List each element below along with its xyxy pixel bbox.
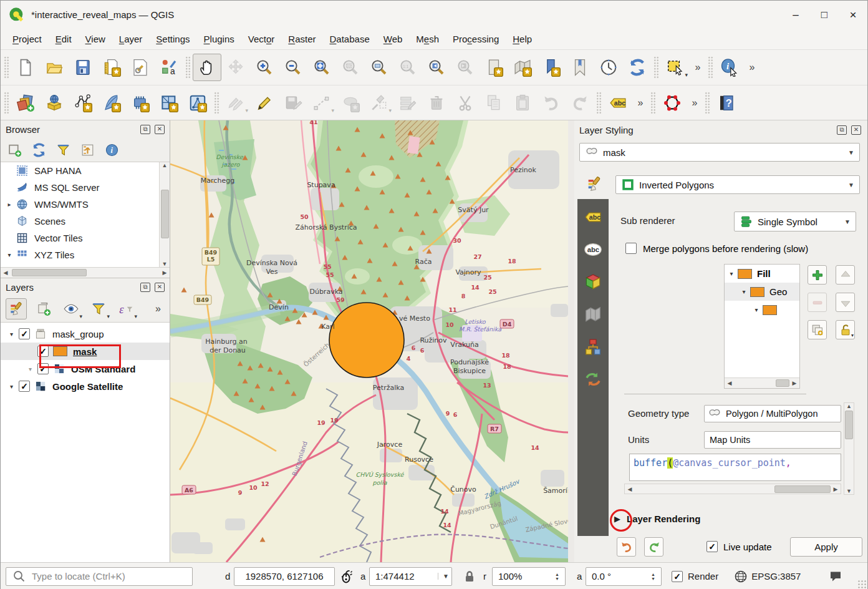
menu-raster[interactable]: Raster bbox=[281, 31, 322, 47]
copy-features-button[interactable] bbox=[480, 89, 508, 117]
layer-item-mask[interactable]: ✓mask bbox=[1, 343, 170, 360]
data-source-manager-button[interactable] bbox=[11, 89, 40, 117]
magnifier-input[interactable]: 100% ▲▼ bbox=[492, 567, 566, 586]
new-geopackage-button[interactable] bbox=[97, 89, 126, 117]
add-feature-button[interactable]: ▾ bbox=[307, 89, 336, 117]
tab-history[interactable] bbox=[582, 370, 604, 389]
renderer-select[interactable]: Inverted Polygons ▼ bbox=[615, 175, 860, 194]
refresh-button[interactable] bbox=[623, 54, 652, 81]
styling-close-icon[interactable]: ✕ bbox=[851, 125, 861, 135]
symbol-layer-row[interactable]: ▾Fill bbox=[725, 265, 799, 283]
minimize-button[interactable]: – bbox=[781, 1, 810, 29]
expander-icon[interactable]: ▾ bbox=[740, 288, 748, 295]
browser-vscrollbar[interactable]: ▲ ▼ bbox=[159, 162, 170, 267]
filter-expression-button[interactable]: ε▾ bbox=[115, 298, 137, 319]
scroll-left-icon[interactable]: ◀ bbox=[625, 486, 635, 492]
menu-mesh[interactable]: Mesh bbox=[409, 31, 446, 47]
crs-globe-icon[interactable] bbox=[733, 569, 748, 584]
spinner-arrows[interactable]: ▲▼ bbox=[651, 572, 655, 581]
styling-vscrollbar[interactable]: ▲ ▼ bbox=[844, 402, 854, 495]
new-shapefile-button[interactable] bbox=[69, 89, 97, 117]
layers-close-icon[interactable]: ✕ bbox=[155, 283, 165, 292]
toolbar-drag-handle[interactable] bbox=[650, 92, 656, 114]
spinner-arrows[interactable]: ▲▼ bbox=[555, 572, 559, 581]
menu-vector[interactable]: Vector bbox=[241, 31, 282, 47]
select-features-button[interactable]: ▾ bbox=[661, 54, 690, 81]
expander-icon[interactable]: ▾ bbox=[26, 366, 35, 372]
browser-item-sap-hana[interactable]: SAP HANA bbox=[1, 162, 170, 179]
resize-grip[interactable] bbox=[857, 580, 866, 588]
expander-icon[interactable]: ▾ bbox=[752, 306, 761, 313]
scroll-left-icon[interactable]: ◀ bbox=[725, 380, 735, 386]
browser-item-xyz-tiles[interactable]: ▾XYZ Tiles bbox=[1, 246, 170, 263]
scroll-up-icon[interactable]: ▲ bbox=[160, 162, 170, 168]
layer-visibility-checkbox[interactable]: ✓ bbox=[19, 381, 30, 392]
layer-item-google-satellite[interactable]: ▾✓Google Satellite bbox=[1, 377, 170, 395]
expression-editor[interactable]: buffer(@canvas_cursor_point, bbox=[629, 454, 841, 481]
browser-item-wms-wmts[interactable]: ▸WMS/WMTS bbox=[1, 196, 170, 213]
zoom-next-button[interactable] bbox=[451, 54, 480, 81]
menu-layer[interactable]: Layer bbox=[112, 31, 150, 47]
add-layer-icon[interactable] bbox=[7, 142, 22, 158]
messages-bubble-icon[interactable] bbox=[828, 569, 843, 584]
render-checkbox[interactable]: ✓ bbox=[672, 571, 683, 582]
expander-icon[interactable]: ▾ bbox=[727, 270, 736, 277]
new-bookmark-button[interactable] bbox=[537, 54, 566, 81]
collapse-all-icon[interactable] bbox=[80, 142, 95, 158]
dropdown-arrow-icon[interactable]: ▾ bbox=[685, 72, 688, 78]
scroll-right-icon[interactable]: ▶ bbox=[831, 486, 841, 492]
layer-item-osm-standard[interactable]: ▾✓OSM Standard bbox=[1, 360, 170, 377]
symbol-tree-hscrollbar[interactable]: ◀ ▶ bbox=[725, 377, 799, 388]
expander-icon[interactable]: ▾ bbox=[4, 251, 14, 258]
units-select[interactable]: Map Units bbox=[704, 431, 841, 449]
symbology-tab-icon[interactable] bbox=[586, 175, 603, 193]
layer-item-mask-group[interactable]: ▾✓mask_group bbox=[1, 325, 170, 343]
browser-item-vector-tiles[interactable]: Vector Tiles bbox=[1, 230, 170, 246]
layer-visibility-checkbox[interactable]: ✓ bbox=[37, 346, 49, 357]
toolbar-drag-handle[interactable] bbox=[185, 56, 191, 79]
scroll-right-icon[interactable]: ▶ bbox=[160, 270, 170, 276]
label-toolbar-button[interactable]: abc bbox=[604, 89, 632, 117]
zoom-in-button[interactable] bbox=[250, 54, 279, 81]
live-update-checkbox[interactable]: ✓ bbox=[706, 541, 718, 552]
merge-polygons-checkbox[interactable] bbox=[625, 243, 637, 254]
zoom-out-button[interactable] bbox=[279, 54, 307, 81]
zoom-layer-button[interactable] bbox=[365, 54, 393, 81]
styling-float-icon[interactable]: ⧉ bbox=[837, 125, 847, 135]
move-feature-button[interactable] bbox=[336, 89, 365, 117]
scroll-up-icon[interactable]: ▲ bbox=[844, 403, 854, 409]
coordinate-input[interactable]: 1928570, 6127106 bbox=[234, 567, 335, 586]
dropdown-arrow-icon[interactable]: ▾ bbox=[388, 107, 392, 114]
toolbar-overflow-button[interactable]: » bbox=[744, 54, 760, 81]
save-edits-button[interactable] bbox=[279, 89, 307, 117]
menu-help[interactable]: Help bbox=[506, 31, 539, 47]
temporal-controller-button[interactable] bbox=[594, 54, 623, 81]
identify-features-button[interactable]: i bbox=[715, 54, 744, 81]
lock-symbol-button[interactable]: ▾ bbox=[836, 320, 855, 339]
menu-project[interactable]: Project bbox=[6, 31, 49, 47]
style-undo-button[interactable] bbox=[617, 537, 636, 557]
tab-diagrams[interactable] bbox=[582, 305, 604, 324]
browser-hscrollbar[interactable]: ◀ ▶ bbox=[1, 267, 170, 278]
pan-map-button[interactable] bbox=[193, 54, 221, 81]
layer-rendering-header[interactable]: ▶ Layer Rendering bbox=[614, 514, 700, 524]
add-symbol-layer-button[interactable] bbox=[808, 265, 827, 285]
toolbar-drag-handle[interactable] bbox=[708, 56, 713, 79]
layers-overflow-button[interactable]: » bbox=[155, 303, 165, 314]
tab-labels[interactable]: abc bbox=[582, 208, 604, 226]
paste-features-button[interactable] bbox=[508, 89, 537, 117]
new-mesh-layer-button[interactable] bbox=[183, 89, 212, 117]
toolbar-drag-handle[interactable] bbox=[596, 92, 602, 114]
show-bookmarks-button[interactable] bbox=[566, 54, 594, 81]
style-manager-button[interactable]: a bbox=[155, 54, 183, 81]
vertex-tool-button[interactable]: ▾ bbox=[365, 89, 393, 117]
new-project-button[interactable] bbox=[11, 54, 40, 81]
expression-hscrollbar[interactable]: ◀ ▶ bbox=[624, 484, 841, 494]
current-edits-button[interactable]: ▾ bbox=[221, 89, 250, 117]
new-print-layout-button[interactable] bbox=[97, 54, 126, 81]
symbol-tree[interactable]: ▾Fill▾Geo▾ ◀ ▶ bbox=[724, 264, 800, 389]
browser-float-icon[interactable]: ⧉ bbox=[140, 125, 150, 134]
scroll-left-icon[interactable]: ◀ bbox=[1, 270, 11, 276]
browser-item-scenes[interactable]: Scenes bbox=[1, 213, 170, 230]
scroll-down-icon[interactable]: ▼ bbox=[844, 488, 854, 494]
